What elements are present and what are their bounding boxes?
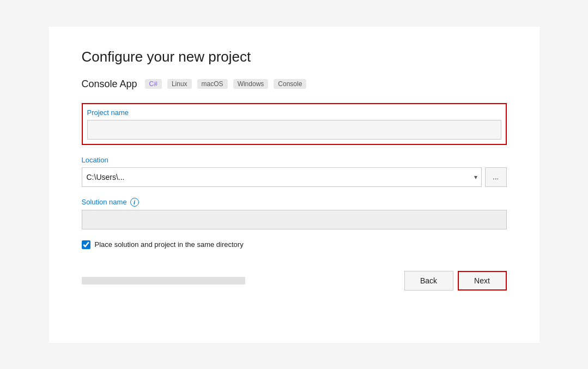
back-button[interactable]: Back xyxy=(404,271,453,291)
location-label: Location xyxy=(82,156,507,164)
next-button[interactable]: Next xyxy=(458,271,507,291)
project-name-section: Project name xyxy=(82,103,507,145)
footer-decoration xyxy=(82,277,245,285)
tag-windows: Windows xyxy=(233,79,269,89)
same-directory-label[interactable]: Place solution and project in the same d… xyxy=(95,240,244,249)
same-directory-checkbox[interactable] xyxy=(82,240,90,249)
configure-project-dialog: Configure your new project Console App C… xyxy=(49,27,539,343)
tag-console: Console xyxy=(274,79,306,89)
browse-button[interactable]: ... xyxy=(485,167,507,187)
solution-name-input[interactable] xyxy=(82,210,507,229)
footer-buttons: Back Next xyxy=(404,271,507,291)
project-name-input[interactable] xyxy=(87,120,501,140)
page-title: Configure your new project xyxy=(82,49,507,65)
location-row: C:\Users\... ▾ ... xyxy=(82,167,507,187)
project-name-label: Project name xyxy=(87,108,501,117)
tag-linux: Linux xyxy=(167,79,192,89)
info-icon: i xyxy=(130,198,139,207)
location-select-wrapper: C:\Users\... ▾ xyxy=(82,167,482,187)
app-info-row: Console App C# Linux macOS Windows Conso… xyxy=(82,78,507,90)
tag-macos: macOS xyxy=(197,79,228,89)
location-select[interactable]: C:\Users\... xyxy=(82,167,482,187)
same-directory-row: Place solution and project in the same d… xyxy=(82,240,507,249)
footer: Back Next xyxy=(82,271,507,291)
app-name-label: Console App xyxy=(82,78,137,90)
solution-name-section: Solution name i xyxy=(82,198,507,229)
tag-csharp: C# xyxy=(145,79,162,89)
location-section: Location C:\Users\... ▾ ... xyxy=(82,156,507,187)
solution-name-label: Solution name i xyxy=(82,198,507,207)
